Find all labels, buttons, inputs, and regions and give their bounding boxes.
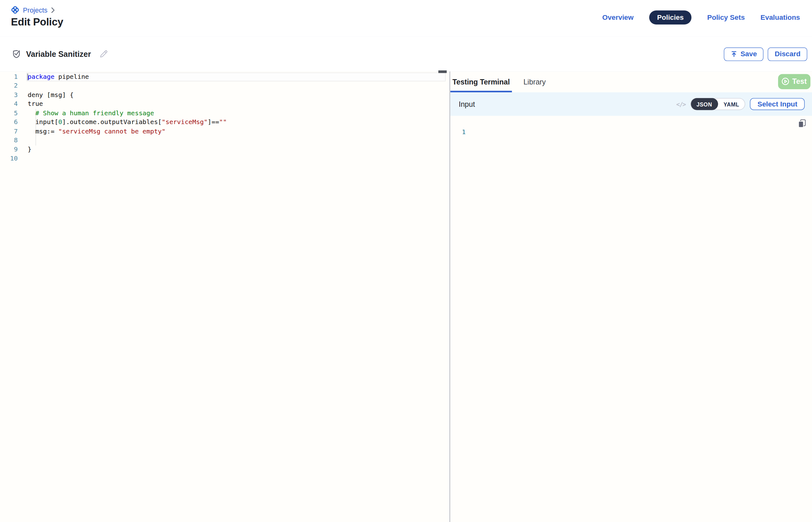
format-toggle[interactable]: JSON YAML (690, 98, 746, 110)
policy-name: Variable Sanitizer (26, 49, 91, 58)
code-line: 6 input[0].outcome.outputVariables["serv… (0, 118, 449, 127)
input-label: Input (459, 100, 475, 108)
nav-tab-policy-sets[interactable]: Policy Sets (707, 13, 745, 21)
test-button[interactable]: Test (778, 74, 810, 89)
policy-code-editor[interactable]: 1package pipeline23deny [msg] {4true5 # … (0, 72, 449, 164)
input-editor[interactable]: 1 (450, 116, 812, 522)
code-line: 3deny [msg] { (0, 91, 449, 100)
line-number: 1 (0, 73, 18, 82)
policy-editor-pane: 1package pipeline23deny [msg] {4true5 # … (0, 72, 450, 522)
line-number: 8 (0, 136, 18, 145)
format-option-json[interactable]: JSON (691, 98, 718, 110)
test-button-label: Test (792, 77, 807, 86)
policy-toolbar: Variable Sanitizer Save (0, 36, 812, 72)
active-tab-underline (450, 91, 512, 92)
code-line: 1package pipeline (0, 73, 449, 82)
page-header: Projects Edit Policy Overview Policies P… (0, 0, 812, 37)
testing-panel: Testing Terminal Library Test Input (450, 72, 812, 522)
play-circle-icon (781, 77, 790, 86)
line-number: 2 (0, 82, 18, 91)
input-header-bar: Input </> JSON YAML Select Input (450, 92, 812, 116)
code-line: 10 (0, 154, 449, 163)
code-line: 7 msg:= "serviceMsg cannot be empty" (0, 127, 449, 136)
nav-tab-policies[interactable]: Policies (649, 10, 692, 24)
save-button[interactable]: Save (724, 47, 764, 61)
edit-policy-page: Projects Edit Policy Overview Policies P… (0, 0, 812, 522)
format-option-yaml[interactable]: YAML (718, 98, 745, 110)
discard-button[interactable]: Discard (768, 47, 807, 61)
select-input-button[interactable]: Select Input (750, 98, 805, 110)
overview-ruler-mark (438, 71, 447, 73)
page-title: Edit Policy (11, 16, 63, 28)
code-line: 9} (0, 145, 449, 154)
line-number: 6 (0, 118, 18, 127)
nav-tab-overview[interactable]: Overview (602, 13, 634, 21)
projects-icon (11, 5, 20, 15)
tab-library[interactable]: Library (523, 72, 546, 92)
line-number: 7 (0, 127, 18, 136)
input-editor-line-number: 1 (462, 128, 466, 136)
code-line: 2 (0, 82, 449, 91)
breadcrumb: Projects (11, 5, 55, 15)
shield-check-icon (12, 49, 22, 59)
tab-testing-terminal[interactable]: Testing Terminal (453, 72, 510, 92)
upload-icon (731, 51, 737, 58)
code-line: 5 # Show a human friendly message (0, 109, 449, 118)
line-number: 5 (0, 109, 18, 118)
nav-tab-evaluations[interactable]: Evaluations (760, 13, 800, 21)
line-number: 10 (0, 154, 18, 163)
copy-icon[interactable] (797, 119, 807, 128)
line-number: 9 (0, 145, 18, 154)
code-view-icon[interactable]: </> (676, 101, 686, 108)
line-number: 4 (0, 100, 18, 109)
code-line: 4true (0, 100, 449, 109)
chevron-right-icon (51, 7, 55, 13)
discard-button-label: Discard (775, 50, 800, 58)
save-button-label: Save (740, 50, 757, 58)
module-nav: Overview Policies Policy Sets Evaluation… (602, 11, 800, 24)
edit-name-pencil-icon[interactable] (99, 49, 108, 58)
testing-tabs: Testing Terminal Library Test (450, 72, 812, 92)
content-split: 1package pipeline23deny [msg] {4true5 # … (0, 72, 812, 522)
breadcrumb-projects-link[interactable]: Projects (23, 6, 47, 14)
code-line: 8 (0, 136, 449, 145)
line-number: 3 (0, 91, 18, 100)
